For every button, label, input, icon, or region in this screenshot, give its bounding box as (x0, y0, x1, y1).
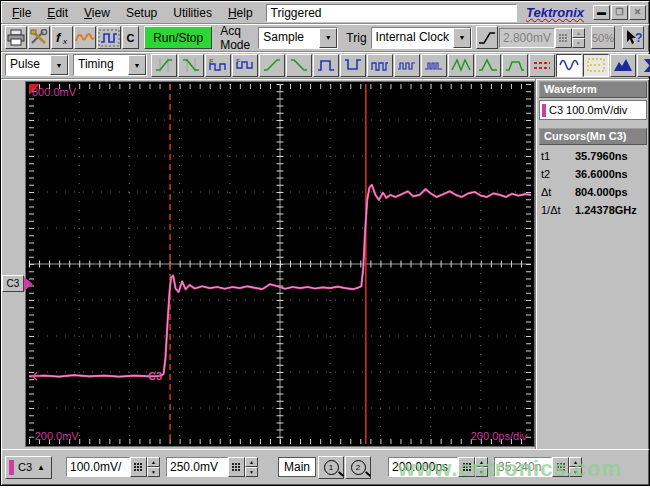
trigger-status-field: Triggered (266, 4, 517, 22)
measure-fall-time-button[interactable] (178, 54, 204, 77)
rise-slope-icon (262, 57, 282, 73)
c-button[interactable]: C (122, 26, 139, 49)
cursor-readout-row: t236.6000ns (541, 168, 647, 186)
measure-pulse-train-button[interactable] (367, 54, 393, 77)
measure-neg-width-button[interactable]: F (232, 54, 258, 77)
cursor-readout-row: Δt804.000ps (541, 186, 647, 204)
display-cursors-dashed-button[interactable] (529, 54, 555, 77)
measure-single-peak-button[interactable] (475, 54, 501, 77)
burst-icon (424, 57, 444, 73)
trig-level-control: 2.800mV ▲▼ (499, 28, 585, 48)
channel-c3-button[interactable]: C3 ▲ (5, 456, 52, 479)
waveform-button[interactable] (74, 26, 96, 49)
chevron-down-icon[interactable]: ▼ (319, 28, 337, 48)
vertical-scale-input[interactable]: 100.0mV/ (66, 457, 130, 477)
acq-mode-value: Sample (259, 28, 319, 48)
keypad-icon[interactable] (228, 457, 245, 477)
pulse-source-button[interactable] (97, 26, 121, 49)
pulse-icon (98, 29, 120, 47)
cursor-readout-value: 1.24378GHz (575, 204, 637, 222)
measure-rise-time-button[interactable] (151, 54, 177, 77)
cursor-readout-row: t135.7960ns (541, 150, 647, 168)
wave-icon (75, 29, 95, 46)
measure-category-select[interactable]: Timing ▼ (73, 54, 147, 76)
display-dotted-region-button[interactable] (583, 54, 609, 77)
svg-text:x: x (62, 37, 68, 46)
cursor-readout-value: 804.000ps (575, 186, 628, 204)
keypad-icon[interactable] (130, 457, 147, 477)
signal-type-select[interactable]: Pulse ▼ (5, 54, 69, 76)
menu-help[interactable]: Help (220, 4, 261, 23)
display-sine-button[interactable] (556, 54, 582, 77)
menu-edit[interactable]: Edit (39, 4, 76, 23)
site-watermark: www.cntronics.com (398, 456, 622, 482)
math-function-button[interactable]: fx (51, 26, 73, 49)
set-50-percent-button: 50% (591, 26, 615, 49)
neg-width-icon: F (235, 57, 255, 73)
channel-color-chip (9, 460, 14, 475)
zoom1-button[interactable]: 1 (318, 456, 344, 479)
measure-fall-slope-button[interactable] (286, 54, 312, 77)
chevron-down-icon[interactable]: ▼ (128, 55, 146, 75)
minimize-button[interactable]: ▬ (593, 5, 610, 20)
svg-text:C3: C3 (148, 370, 162, 382)
spinner-down-icon[interactable]: ▼ (245, 467, 258, 477)
signal-type-value: Pulse (6, 55, 50, 75)
channel-reference-marker[interactable]: C3 (2, 275, 33, 292)
cursor-readout-label: 1/Δt (541, 204, 575, 222)
chevron-down-icon[interactable]: ▼ (50, 55, 68, 75)
channel-color-chip (542, 104, 546, 117)
spinner-up-icon[interactable]: ▲ (245, 457, 258, 467)
menu-bar: FileEditViewSetupUtilitiesHelp Triggered… (1, 1, 649, 24)
display-histogram-button[interactable] (610, 54, 636, 77)
measure-flat-top-button[interactable] (502, 54, 528, 77)
flat-top-icon (505, 57, 525, 73)
pos-pulse-icon (316, 57, 336, 73)
menu-utilities[interactable]: Utilities (165, 4, 220, 23)
dual-peak-icon (451, 57, 471, 73)
measure-neg-pulse-button[interactable] (340, 54, 366, 77)
zoom2-button[interactable]: 2 (345, 456, 371, 479)
spinner-down-icon[interactable]: ▼ (147, 467, 160, 477)
close-button[interactable]: ✕ (629, 5, 646, 20)
neg-pulse-icon (343, 57, 363, 73)
print-button[interactable] (5, 26, 27, 49)
display-area: C3 800.0mV-200.0mV200.0ps/divC3 Waveform… (1, 79, 649, 449)
measure-burst-button[interactable] (421, 54, 447, 77)
spinner-down-icon: ▼ (572, 38, 585, 48)
fall-slope-icon (289, 57, 309, 73)
run-stop-button[interactable]: Run/Stop (144, 26, 212, 49)
context-help-button[interactable]: ? (622, 26, 644, 49)
menu-view[interactable]: View (76, 4, 118, 23)
measure-cycle-button[interactable] (394, 54, 420, 77)
oscilloscope-window: FileEditViewSetupUtilitiesHelp Triggered… (0, 0, 650, 486)
channel-marker-label: C3 (2, 275, 24, 292)
spinner-up-icon[interactable]: ▲ (147, 457, 160, 467)
graticule-display[interactable]: 800.0mV-200.0mV200.0ps/divC3 (25, 81, 535, 447)
measure-rise-slope-button[interactable] (259, 54, 285, 77)
measure-dual-peak-button[interactable] (448, 54, 474, 77)
restore-button[interactable]: ❐ (611, 5, 628, 20)
cursor-readout-label: t2 (541, 168, 575, 186)
setup-tools-button[interactable] (28, 26, 50, 49)
acq-mode-select[interactable]: Sample ▼ (258, 27, 338, 49)
menu-setup[interactable]: Setup (118, 4, 165, 23)
pulse-train-icon (370, 57, 390, 73)
channel-marker-arrow-icon (24, 277, 33, 291)
trig-source-select[interactable]: Internal Clock ▼ (371, 27, 472, 49)
keypad-icon (555, 28, 572, 48)
cursor-readout-value: 35.7960ns (575, 150, 628, 168)
display-hourglass-button[interactable] (637, 54, 650, 77)
measure-pos-width-button[interactable]: F (205, 54, 231, 77)
waveform-entry[interactable]: C3 100.0mV/div (539, 100, 647, 120)
vertical-offset-input[interactable]: 250.0mV (166, 457, 228, 477)
pos-width-icon: F (208, 57, 228, 73)
chevron-down-icon[interactable]: ▼ (453, 28, 471, 48)
tools-icon (29, 29, 49, 46)
measure-pos-pulse-button[interactable] (313, 54, 339, 77)
menu-file[interactable]: File (4, 4, 39, 23)
cursor-readout-value: 36.6000ns (575, 168, 628, 186)
chevron-up-icon: ▲ (37, 463, 45, 472)
dotted-region-icon (586, 57, 606, 73)
trig-slope-button[interactable] (476, 26, 498, 49)
